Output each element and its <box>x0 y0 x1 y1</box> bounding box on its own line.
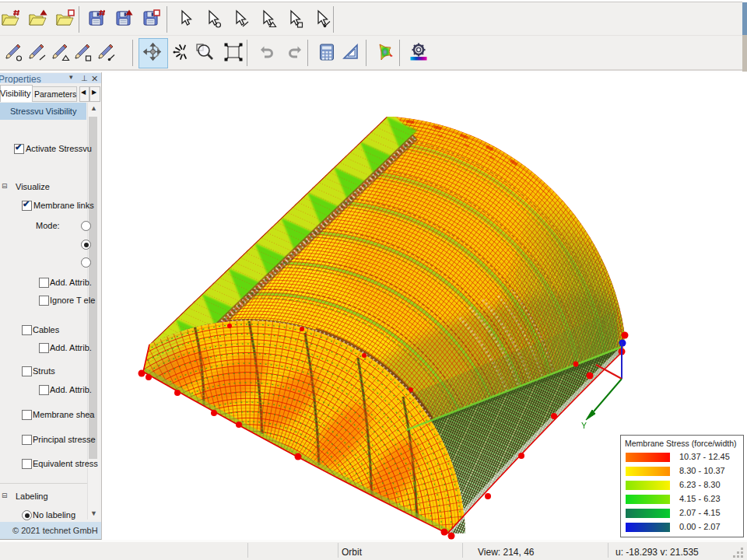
svg-text:Y: Y <box>581 421 587 430</box>
